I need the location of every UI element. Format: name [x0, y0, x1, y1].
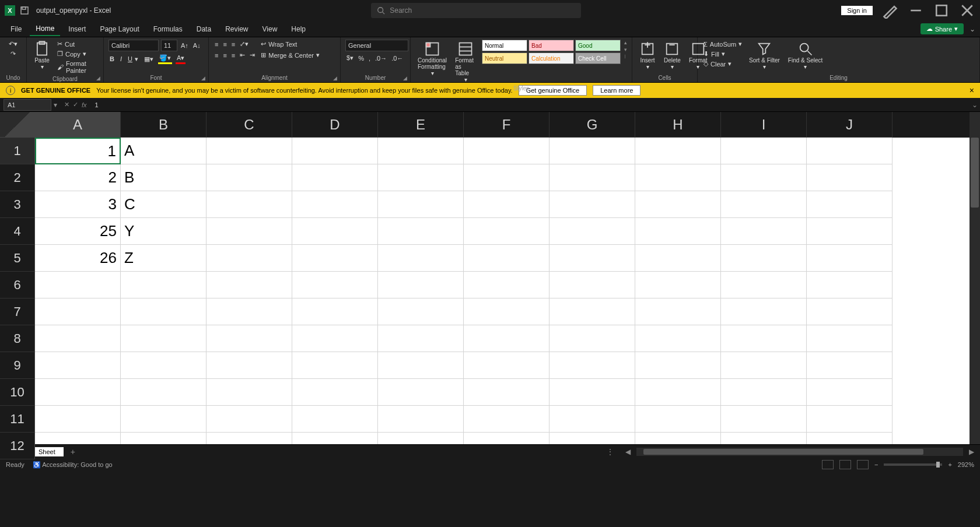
- cell[interactable]: [378, 138, 464, 164]
- cell[interactable]: [35, 352, 121, 379]
- cell[interactable]: [292, 272, 378, 298]
- insert-cells-button[interactable]: Insert▾: [637, 40, 658, 71]
- cell[interactable]: [206, 164, 292, 191]
- alignment-dialog-icon[interactable]: ◢: [333, 75, 339, 81]
- column-header[interactable]: G: [550, 112, 635, 138]
- font-name-select[interactable]: [108, 40, 159, 51]
- column-header[interactable]: B: [121, 112, 206, 138]
- sheet-tab[interactable]: Sheet: [30, 447, 64, 456]
- cell[interactable]: [292, 218, 378, 245]
- cell[interactable]: [292, 406, 378, 433]
- style-bad[interactable]: Bad: [528, 40, 574, 51]
- tab-view[interactable]: View: [257, 23, 284, 36]
- cell[interactable]: [206, 352, 292, 379]
- style-neutral[interactable]: Neutral: [482, 52, 527, 64]
- row-header[interactable]: 7: [0, 298, 35, 325]
- column-header[interactable]: C: [206, 112, 292, 138]
- cell[interactable]: [550, 379, 635, 406]
- row-header[interactable]: 12: [0, 433, 35, 459]
- increase-decimal-icon[interactable]: .0→: [374, 54, 388, 62]
- tab-data[interactable]: Data: [191, 23, 217, 36]
- cell[interactable]: B: [121, 164, 206, 191]
- cell[interactable]: [807, 433, 892, 444]
- cell[interactable]: [464, 138, 550, 164]
- conditional-formatting-button[interactable]: Conditional Formatting▾: [415, 40, 449, 78]
- cell[interactable]: [550, 245, 635, 272]
- cell[interactable]: [206, 138, 292, 164]
- warning-close-icon[interactable]: ×: [970, 86, 974, 95]
- cell[interactable]: [378, 298, 464, 325]
- cell[interactable]: [378, 218, 464, 245]
- styles-more-icon[interactable]: ⁝: [624, 54, 627, 59]
- cell[interactable]: 26: [35, 245, 121, 272]
- cell[interactable]: [635, 406, 721, 433]
- italic-button[interactable]: I: [119, 54, 123, 64]
- decrease-decimal-icon[interactable]: .0←: [390, 54, 404, 62]
- cell[interactable]: [721, 325, 807, 352]
- cell[interactable]: [292, 433, 378, 444]
- align-right-icon[interactable]: ≡: [230, 51, 236, 59]
- font-dialog-icon[interactable]: ◢: [201, 75, 207, 81]
- accounting-format-icon[interactable]: $▾: [345, 54, 355, 62]
- cell[interactable]: [550, 272, 635, 298]
- cell[interactable]: [378, 433, 464, 444]
- cell[interactable]: [635, 433, 721, 444]
- cell[interactable]: 25: [35, 218, 121, 245]
- cells-area[interactable]: 1A2B3C25Y26Z: [35, 138, 970, 444]
- share-button[interactable]: ☁ Share ▾: [921, 23, 964, 34]
- styles-scroll-down-icon[interactable]: ▾: [624, 47, 627, 52]
- formula-input[interactable]: [92, 100, 970, 110]
- styles-scroll-up-icon[interactable]: ▴: [624, 40, 627, 45]
- style-normal[interactable]: Normal: [482, 40, 527, 51]
- cell[interactable]: [635, 218, 721, 245]
- cell[interactable]: [121, 298, 206, 325]
- cell[interactable]: [550, 164, 635, 191]
- add-sheet-icon[interactable]: +: [67, 447, 79, 456]
- row-header[interactable]: 9: [0, 352, 35, 379]
- cell[interactable]: [292, 298, 378, 325]
- cell[interactable]: [378, 191, 464, 218]
- align-center-icon[interactable]: ≡: [222, 51, 228, 59]
- cell[interactable]: [121, 379, 206, 406]
- align-bottom-icon[interactable]: ≡: [230, 40, 236, 48]
- column-header[interactable]: A: [35, 112, 121, 138]
- cell[interactable]: [464, 379, 550, 406]
- fx-icon[interactable]: fx: [82, 101, 87, 108]
- cell[interactable]: [378, 379, 464, 406]
- cell[interactable]: [121, 352, 206, 379]
- zoom-slider[interactable]: [884, 463, 942, 466]
- redo-button[interactable]: ↷: [9, 50, 17, 58]
- cell[interactable]: [550, 138, 635, 164]
- minimize-button[interactable]: [908, 2, 924, 19]
- page-layout-view-icon[interactable]: [839, 460, 851, 469]
- cell[interactable]: [292, 379, 378, 406]
- zoom-in-icon[interactable]: +: [948, 461, 951, 468]
- cell[interactable]: [292, 245, 378, 272]
- row-header[interactable]: 5: [0, 245, 35, 272]
- font-color-button[interactable]: A▾: [176, 54, 186, 64]
- close-button[interactable]: [959, 2, 975, 19]
- cell[interactable]: [464, 433, 550, 444]
- zoom-level[interactable]: 292%: [958, 461, 974, 468]
- cell[interactable]: [550, 298, 635, 325]
- fill-button[interactable]: ⬇ Fill▾: [702, 50, 743, 58]
- column-header[interactable]: D: [292, 112, 378, 138]
- cut-button[interactable]: ✂ Cut: [56, 40, 99, 48]
- name-box[interactable]: [4, 99, 51, 111]
- cell[interactable]: [35, 325, 121, 352]
- cell[interactable]: [550, 433, 635, 444]
- tab-review[interactable]: Review: [219, 23, 254, 36]
- cell[interactable]: [635, 272, 721, 298]
- cell[interactable]: [35, 379, 121, 406]
- border-button[interactable]: ▦▾: [143, 54, 155, 64]
- clipboard-dialog-icon[interactable]: ◢: [96, 75, 102, 81]
- cell[interactable]: [807, 406, 892, 433]
- find-select-button[interactable]: Find & Select▾: [786, 40, 825, 71]
- copy-button[interactable]: ❐ Copy ▾: [56, 50, 99, 58]
- cell[interactable]: [721, 352, 807, 379]
- vscroll-thumb[interactable]: [971, 138, 979, 208]
- style-good[interactable]: Good: [575, 40, 621, 51]
- cell[interactable]: [378, 164, 464, 191]
- cell[interactable]: [464, 164, 550, 191]
- maximize-button[interactable]: [933, 2, 950, 19]
